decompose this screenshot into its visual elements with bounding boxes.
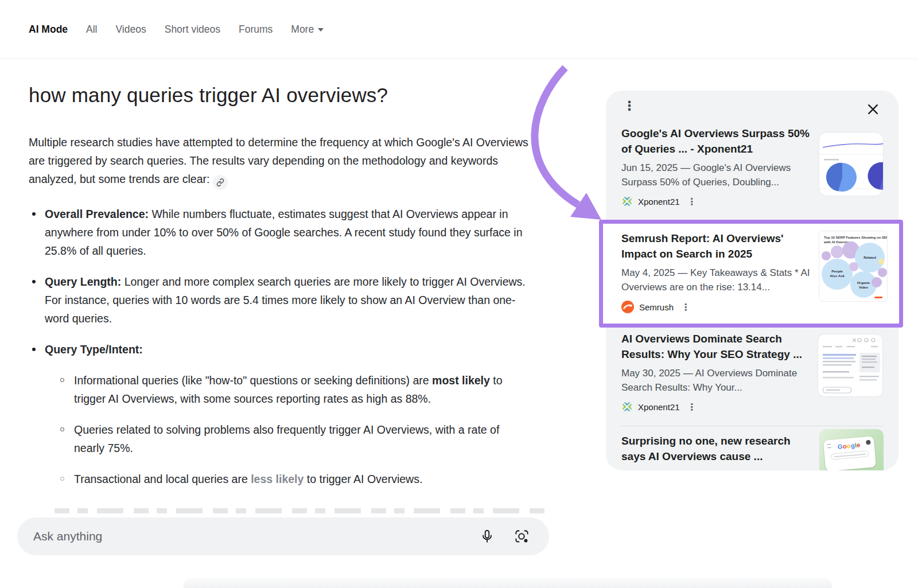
sub-bullet-marker: [60, 378, 64, 382]
bullet-prefix: Query Length:: [45, 275, 121, 288]
bubble-label: Video: [859, 286, 869, 289]
tab-ai-mode[interactable]: AI Mode: [29, 24, 68, 36]
source-kebab-icon[interactable]: ⋮: [681, 302, 690, 313]
sub-bullet-bold: most likely: [432, 374, 490, 387]
source-thumbnail-bubbles: Top 10 SERP Features Showing on SERP wit…: [819, 231, 888, 302]
source-card-xponent21-1[interactable]: Google's AI Overviews Surpass 50% of Que…: [621, 126, 816, 207]
source-snippet: Jun 15, 2025 — Google's AI Overviews Sur…: [621, 161, 815, 189]
bullet-prefix: Query Type/Intent:: [45, 343, 143, 356]
thumbnail-bubble-chart: Top 10 SERP Features Showing on SERP wit…: [819, 231, 887, 301]
link-icon: [216, 178, 224, 186]
xponent21-favicon: [621, 196, 633, 207]
bullet-overall-prevalence: Overall Prevalence: While numbers fluctu…: [29, 205, 531, 260]
source-attribution-row: Xponent21 ⋮: [621, 401, 816, 412]
tab-more-label: More: [291, 24, 314, 36]
voice-search-button[interactable]: [480, 529, 495, 544]
source-attribution-row: Semrush ⋮: [621, 301, 812, 313]
ask-anything-input[interactable]: [32, 529, 480, 544]
query-title: how many queries trigger AI overviews?: [29, 84, 531, 107]
source-name: Xponent21: [638, 197, 680, 207]
tab-forums[interactable]: Forums: [239, 24, 273, 36]
sub-bullet-text: Queries related to solving problems also…: [74, 423, 499, 454]
source-snippet: May 30, 2025 — AI Overviews Dominate Sea…: [621, 366, 815, 395]
source-title: AI Overviews Dominate Search Results: Wh…: [621, 332, 812, 362]
ai-answer-column: how many queries trigger AI overviews? M…: [29, 84, 531, 501]
source-attribution-row: Xponent21 ⋮: [621, 196, 816, 207]
sub-bullet-informational: Informational queries (like "how-to" que…: [57, 371, 531, 408]
results-type-nav: AI Mode All Videos Short videos Forums M…: [0, 0, 918, 59]
citation-link-chip[interactable]: [213, 175, 228, 190]
mini-search-text: [834, 453, 866, 457]
bullet-query-length: Query Length: Longer and more complex se…: [29, 272, 531, 328]
query-type-sublist: Informational queries (like "how-to" que…: [57, 371, 531, 488]
bullet-prefix: Overall Prevalence:: [45, 208, 149, 220]
source-title: Semrush Report: AI Overviews' Impact on …: [621, 231, 812, 262]
sub-bullet-text: Informational queries (like "how-to" que…: [74, 374, 432, 387]
tab-videos[interactable]: Videos: [116, 24, 146, 36]
source-card-xponent21-2[interactable]: AI Overviews Dominate Search Results: Wh…: [621, 332, 816, 412]
sub-bullet-bold: less likely: [251, 473, 304, 485]
logo-letter: e: [857, 441, 861, 449]
microphone-icon: [480, 529, 495, 544]
google-lens-icon: [514, 529, 530, 544]
source-snippet: May 4, 2025 — Key Takeaways & Stats * AI…: [621, 266, 814, 294]
tab-all[interactable]: All: [86, 24, 97, 36]
bullet-marker: [32, 280, 36, 283]
highlighted-card-body: Semrush Report: AI Overviews' Impact on …: [621, 231, 812, 313]
lens-search-button[interactable]: [514, 529, 530, 544]
next-section-edge: [184, 578, 832, 588]
bubble-label: Also Ask: [830, 274, 845, 278]
panel-menu-kebab-icon[interactable]: ⋮: [623, 100, 636, 112]
semrush-favicon: [621, 301, 634, 313]
menu-icon: [827, 444, 831, 449]
thumbnail-pie-charts: [819, 133, 884, 196]
answer-intro-text: Multiple research studies have attempted…: [29, 136, 528, 185]
sub-bullet-text: to trigger AI Overviews.: [304, 473, 422, 485]
bullet-marker: [32, 348, 36, 351]
source-thumbnail-serp: [818, 334, 883, 397]
chevron-down-icon: [318, 28, 324, 32]
source-card-research[interactable]: Surprising no one, new research says AI …: [621, 434, 816, 464]
bubble-label: Organic: [857, 281, 870, 285]
source-kebab-icon[interactable]: ⋮: [687, 402, 697, 412]
bubble-label: Related: [863, 256, 876, 259]
faded-cutoff-text: [55, 508, 545, 513]
source-name: Semrush: [639, 302, 674, 312]
source-thumbnail-chart: [819, 132, 884, 196]
source-title: Google's AI Overviews Surpass 50% of Que…: [621, 126, 812, 157]
answer-intro: Multiple research studies have attempted…: [29, 133, 531, 190]
source-kebab-icon[interactable]: ⋮: [687, 196, 697, 207]
card-divider: [621, 426, 883, 426]
sub-bullet-problem-solving: Queries related to solving problems also…: [57, 420, 531, 457]
tab-more[interactable]: More: [291, 24, 324, 36]
sub-bullet-marker: [60, 427, 64, 431]
bullet-marker: [32, 212, 36, 216]
bubble-label: People: [831, 270, 843, 273]
close-icon: [866, 102, 880, 116]
highlighted-card-semrush[interactable]: Semrush Report: AI Overviews' Impact on …: [599, 220, 903, 328]
source-name: Xponent21: [638, 402, 680, 412]
answer-bullet-list: Overall Prevalence: While numbers fluctu…: [29, 205, 531, 488]
tab-short-videos[interactable]: Short videos: [165, 24, 220, 36]
thumb-title-line1: Top 10 SERP Features Showing on SERP: [824, 236, 887, 239]
source-thumbnail-phone: Google: [819, 429, 884, 470]
mini-google-card: Google: [823, 436, 876, 470]
panel-close-button[interactable]: [866, 102, 880, 119]
sub-bullet-marker: [60, 477, 64, 481]
mini-search-pill: [831, 450, 869, 460]
ask-anything-bar[interactable]: [17, 517, 549, 555]
bullet-query-type: Query Type/Intent: Informational queries…: [29, 340, 531, 488]
source-title: Surprising no one, new research says AI …: [621, 434, 812, 464]
sub-bullet-transactional: Transactional and local queries are less…: [57, 470, 531, 488]
thumbnail-serp-sketch: [818, 334, 883, 397]
xponent21-favicon: [621, 401, 633, 412]
sub-bullet-text: Transactional and local queries are: [74, 473, 251, 485]
